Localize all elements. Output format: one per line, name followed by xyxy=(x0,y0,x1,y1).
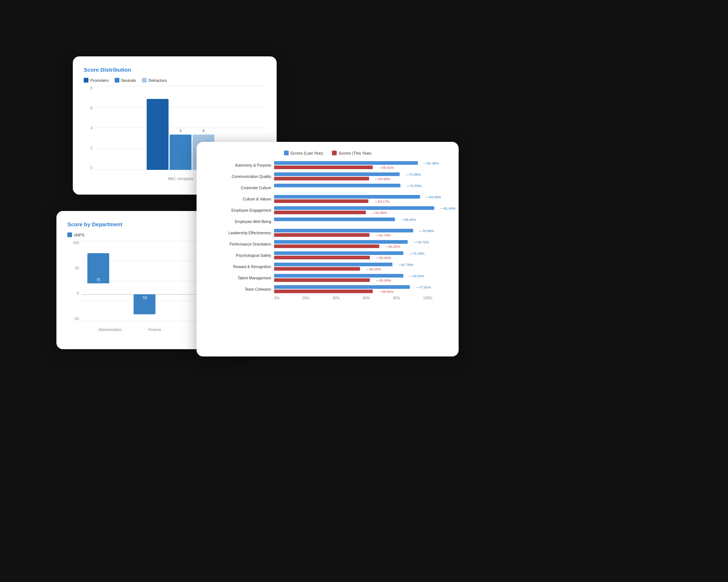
scores-row: Team Cohesion—77.91%—56.56% xyxy=(207,284,448,294)
legend-neutrals-color xyxy=(115,78,119,83)
scores-row: Psychological Safety—74.18%—55.00% xyxy=(207,251,448,260)
scores-row-label: Leadership Effectiveness xyxy=(207,231,274,235)
score-dist-title: Score Distribution xyxy=(84,67,266,73)
scores-bars: —74.18%—55.00% xyxy=(274,251,448,260)
legend-detractors-color xyxy=(142,78,147,83)
bar-this-year: —56.61% xyxy=(274,166,373,169)
scores-row-label: Employee Engagement xyxy=(207,208,274,213)
dist-bar-neutrals: 4 xyxy=(170,135,191,170)
bar-last-year: —77.91% xyxy=(274,285,410,289)
dept-yaxis: 100 50 0 -50 xyxy=(67,241,80,321)
scores-bars: —79.66%—54.79% xyxy=(274,228,448,238)
scores-legend: Scores (Last Year) Scores (This Year) xyxy=(207,151,448,155)
legend-promoters-label: Promoters xyxy=(90,78,109,83)
scores-comparison-card: Scores (Last Year) Scores (This Year) Au… xyxy=(197,142,459,356)
legend-last-year: Scores (Last Year) xyxy=(284,151,324,155)
legend-promoters-color xyxy=(84,78,88,83)
scores-row-label: Team Cohesion xyxy=(207,287,274,292)
scores-row: Employee Well Being—69.40% xyxy=(207,217,448,226)
bar-last-year: —82.38% xyxy=(274,161,418,165)
scores-row: Reward & Recognition—67.76%—49.25% xyxy=(207,262,448,271)
bar-this-year: —49.25% xyxy=(274,267,360,271)
scores-bars: —83.68%—54.17% xyxy=(274,194,448,204)
scores-row-label: Reward & Recognition xyxy=(207,264,274,269)
bar-last-year: —72.50% xyxy=(274,184,400,187)
scores-row: Talent Management—74.03%—55.00% xyxy=(207,273,448,283)
bar-last-year: —67.76% xyxy=(274,263,392,266)
scores-bars: —67.76%—49.25% xyxy=(274,262,448,271)
scores-row: Corporate Culture—72.50% xyxy=(207,183,448,192)
scores-bars: —82.38%—56.61% xyxy=(274,160,448,170)
scores-bars: —72.50% xyxy=(274,183,448,192)
scores-row: Communication Quality—71.99%—54.58% xyxy=(207,172,448,181)
scores-row-label: Performance Orientation xyxy=(207,242,274,247)
scores-row-label: Corporate Culture xyxy=(207,186,274,190)
scores-bars: —69.40% xyxy=(274,217,448,226)
scores-row: Employee Engagement—91.94%—52.66% xyxy=(207,206,448,215)
bar-this-year: —60.25% xyxy=(274,244,379,248)
scores-bars: —91.94%—52.66% xyxy=(274,206,448,215)
bar-last-year: —79.66% xyxy=(274,229,413,232)
bar-this-year: —54.58% xyxy=(274,177,369,180)
scores-bars: —76.72%—60.25% xyxy=(274,239,448,249)
legend-promoters: Promoters xyxy=(84,78,109,83)
dist-yaxis: 8 6 4 2 0 xyxy=(84,86,94,170)
legend-enps-color xyxy=(67,232,72,237)
scores-row-label: Talent Management xyxy=(207,276,274,280)
legend-this-year: Scores (This Year) xyxy=(332,151,371,155)
bar-this-year: —55.00% xyxy=(274,256,370,259)
scores-bars: —77.91%—56.56% xyxy=(274,284,448,294)
bar-this-year: —52.66% xyxy=(274,211,366,214)
bar-last-year: —91.94% xyxy=(274,206,434,210)
scores-xaxis: 0% 20% 40% 60% 80% 100% xyxy=(274,296,448,300)
bar-last-year: —71.99% xyxy=(274,172,400,176)
bar-this-year: —54.17% xyxy=(274,199,368,203)
legend-this-year-label: Scores (This Year) xyxy=(339,151,371,155)
scores-chart: Autonomy & Purpose—82.38%—56.61%Communic… xyxy=(207,160,448,294)
scores-row-label: Psychological Safety xyxy=(207,253,274,258)
bar-this-year: —54.79% xyxy=(274,233,369,237)
dist-bar-promoters xyxy=(147,99,169,170)
dept-xlabel-finance: Finance xyxy=(145,328,165,332)
scores-row: Performance Orientation—76.72%—60.25% xyxy=(207,239,448,249)
bar-last-year: —69.40% xyxy=(274,218,395,221)
scores-row: Culture & Values—83.68%—54.17% xyxy=(207,194,448,204)
scores-row-label: Culture & Values xyxy=(207,197,274,202)
legend-enps-label: eNPS xyxy=(74,233,84,237)
bar-last-year: —76.72% xyxy=(274,240,408,244)
bar-last-year: —74.18% xyxy=(274,251,403,255)
scores-bars: —71.99%—54.58% xyxy=(274,172,448,181)
scores-row-label: Employee Well Being xyxy=(207,219,274,224)
bar-this-year: —56.56% xyxy=(274,290,373,293)
dept-bar-admin: 75 xyxy=(87,253,109,283)
dept-xlabel-admin: Administration xyxy=(99,328,119,332)
bar-last-year: —74.03% xyxy=(274,274,403,278)
scores-row-label: Autonomy & Purpose xyxy=(207,163,274,168)
scores-row: Autonomy & Purpose—82.38%—56.61% xyxy=(207,160,448,170)
legend-enps: eNPS xyxy=(67,232,84,237)
scores-row-label: Communication Quality xyxy=(207,174,274,179)
scores-row: Leadership Effectiveness—79.66%—54.79% xyxy=(207,228,448,238)
legend-last-year-label: Scores (Last Year) xyxy=(290,151,324,155)
bar-this-year: —55.00% xyxy=(274,278,370,282)
score-dist-legend: Promoters Neutrals Detractors xyxy=(84,78,266,83)
scores-bars: —74.03%—55.00% xyxy=(274,273,448,283)
legend-detractors: Detractors xyxy=(142,78,167,83)
bar-last-year: —83.68% xyxy=(274,195,420,199)
legend-neutrals: Neutrals xyxy=(115,78,136,83)
dept-bar-finance: -50 xyxy=(134,294,155,314)
legend-neutrals-label: Neutrals xyxy=(121,78,136,83)
legend-detractors-label: Detractors xyxy=(149,78,167,83)
